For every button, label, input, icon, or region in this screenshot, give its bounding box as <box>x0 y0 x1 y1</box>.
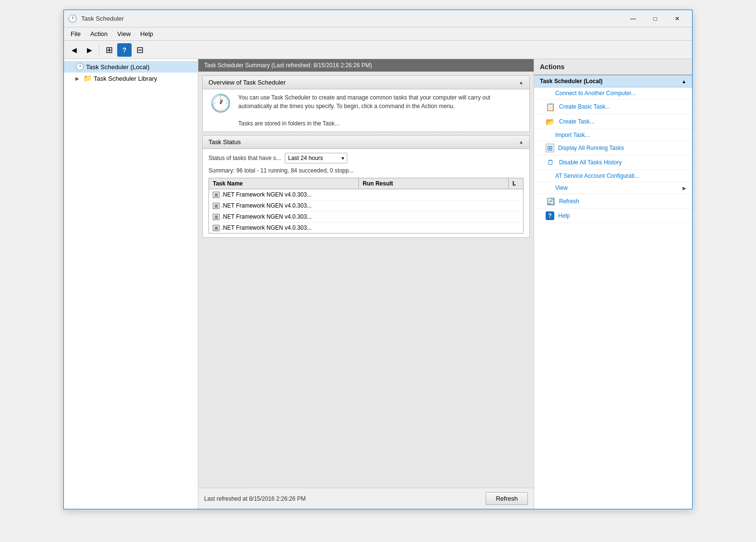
center-header: Task Scheduler Summary (Last refreshed: … <box>198 59 534 72</box>
expand-icon-library: ▶ <box>75 76 83 81</box>
toolbar-separator <box>99 44 99 56</box>
overview-body: 🕐 You can use Task Scheduler to create a… <box>203 89 529 132</box>
overview-section-header[interactable]: Overview of Task Scheduler ▲ <box>203 76 529 89</box>
actions-group-header[interactable]: Task Scheduler (Local) ▲ <box>534 75 692 87</box>
create-basic-task-icon: 📋 <box>546 102 555 111</box>
window-title: Task Scheduler <box>81 15 622 22</box>
minimize-button[interactable]: — <box>622 12 644 26</box>
display-running-icon: ⊞ <box>546 144 554 152</box>
task-name-cell: ⊞.NET Framework NGEN v4.0.303... <box>209 189 359 200</box>
overview-section-title: Overview of Task Scheduler <box>208 79 286 86</box>
left-pane: 🕐 Task Scheduler (Local) ▶ 📁 Task Schedu… <box>64 59 198 509</box>
tree-item-local[interactable]: 🕐 Task Scheduler (Local) <box>64 61 198 73</box>
table-row[interactable]: ⊞.NET Framework NGEN v4.0.303... <box>209 211 523 222</box>
help-icon: ? <box>546 211 554 220</box>
actions-header: Actions <box>534 59 692 75</box>
action-display-running[interactable]: ⊞ Display All Running Tasks <box>534 141 692 155</box>
col-run-result: Run Result <box>359 178 509 189</box>
task-status-body: Status of tasks that have s... Last Hour… <box>203 149 529 237</box>
table-row[interactable]: ⊞.NET Framework NGEN v4.0.303... <box>209 200 523 211</box>
action-at-service[interactable]: AT Service Account Configurati... <box>534 170 692 182</box>
action-connect-computer-label: Connect to Another Computer... <box>555 90 636 97</box>
action-refresh-label: Refresh <box>559 198 579 205</box>
task-name-cell: ⊞.NET Framework NGEN v4.0.303... <box>209 222 359 233</box>
task-status-controls: Status of tasks that have s... Last Hour… <box>208 153 524 163</box>
task-last-cell <box>509 189 523 200</box>
actions-group-toggle-icon: ▲ <box>682 79 686 84</box>
action-create-basic-task-label: Create Basic Task... <box>559 103 610 110</box>
action-create-basic-task[interactable]: 📋 Create Basic Task... <box>534 99 692 114</box>
task-status-section-header[interactable]: Task Status ▲ <box>203 136 529 149</box>
menu-help[interactable]: Help <box>135 28 158 39</box>
task-last-cell <box>509 222 523 233</box>
toolbar-forward-button[interactable]: ▶ <box>82 43 97 57</box>
menu-bar: File Action View Help <box>64 27 692 41</box>
center-pane: Task Scheduler Summary (Last refreshed: … <box>198 59 534 509</box>
window-icon: 🕐 <box>68 14 77 24</box>
view-arrow-icon: ▶ <box>683 185 686 191</box>
task-status-title: Task Status <box>208 138 241 146</box>
task-last-cell <box>509 200 523 211</box>
overview-toggle-icon: ▲ <box>519 80 524 85</box>
overview-clock-icon: 🕐 <box>208 93 232 128</box>
toolbar-help-button[interactable]: ? <box>117 43 132 57</box>
action-create-task[interactable]: 📂 Create Task... <box>534 114 692 129</box>
tree-icon-library: 📁 <box>83 74 92 83</box>
task-status-section: Task Status ▲ Status of tasks that have … <box>202 135 530 238</box>
close-button[interactable]: ✕ <box>666 12 688 26</box>
task-result-cell <box>359 200 509 211</box>
task-result-cell <box>359 189 509 200</box>
action-display-running-label: Display All Running Tasks <box>558 145 624 151</box>
time-range-select-wrapper: Last Hour Last 24 hours Last 7 days Last… <box>285 153 347 163</box>
center-body: Overview of Task Scheduler ▲ 🕐 You can u… <box>198 72 534 488</box>
menu-file[interactable]: File <box>66 28 85 39</box>
tree-label-local: Task Scheduler (Local) <box>86 63 149 71</box>
toolbar-view1-button[interactable]: ⊞ <box>102 43 116 57</box>
maximize-button[interactable]: □ <box>644 12 666 26</box>
actions-group-label: Task Scheduler (Local) <box>540 78 602 85</box>
footer-refresh-button[interactable]: Refresh <box>486 492 528 505</box>
action-help[interactable]: ? Help <box>534 209 692 223</box>
action-disable-history[interactable]: 🗒 Disable All Tasks History <box>534 155 692 170</box>
row-expand-icon[interactable]: ⊞ <box>213 225 219 231</box>
task-summary: Summary: 96 total - 11 running, 84 succe… <box>208 167 524 174</box>
toolbar-back-button[interactable]: ◀ <box>67 43 81 57</box>
task-name-cell: ⊞.NET Framework NGEN v4.0.303... <box>209 200 359 211</box>
center-footer: Last refreshed at 8/15/2016 2:26:26 PM R… <box>198 488 534 509</box>
action-refresh[interactable]: 🔄 Refresh <box>534 194 692 209</box>
create-task-icon: 📂 <box>546 117 555 126</box>
task-last-cell <box>509 211 523 222</box>
toolbar: ◀ ▶ ⊞ ? ⊟ <box>64 41 692 59</box>
col-task-name: Task Name <box>209 178 359 189</box>
task-result-cell <box>359 222 509 233</box>
action-create-task-label: Create Task... <box>559 118 595 125</box>
task-table-header: Task Name Run Result L <box>209 178 523 189</box>
action-view-label: View <box>555 185 568 191</box>
tree-item-library[interactable]: ▶ 📁 Task Scheduler Library <box>64 73 198 84</box>
menu-action[interactable]: Action <box>85 28 112 39</box>
main-content: 🕐 Task Scheduler (Local) ▶ 📁 Task Schedu… <box>64 59 692 509</box>
task-status-label: Status of tasks that have s... <box>208 155 281 161</box>
action-connect-computer[interactable]: Connect to Another Computer... <box>534 87 692 99</box>
task-result-cell <box>359 211 509 222</box>
row-expand-icon[interactable]: ⊞ <box>213 203 219 209</box>
overview-section: Overview of Task Scheduler ▲ 🕐 You can u… <box>202 75 530 132</box>
overview-scroll-area[interactable]: 🕐 You can use Task Scheduler to create a… <box>203 89 529 132</box>
action-import-task[interactable]: Import Task... <box>534 129 692 141</box>
row-expand-icon[interactable]: ⊞ <box>213 192 219 198</box>
overview-text: You can use Task Scheduler to create and… <box>238 93 524 128</box>
action-view[interactable]: View ▶ <box>534 182 692 194</box>
table-row[interactable]: ⊞.NET Framework NGEN v4.0.303... <box>209 222 523 233</box>
title-bar: 🕐 Task Scheduler — □ ✕ <box>64 10 692 27</box>
refresh-icon: 🔄 <box>546 197 555 206</box>
footer-status-text: Last refreshed at 8/15/2016 2:26:26 PM <box>204 495 305 502</box>
table-row[interactable]: ⊞.NET Framework NGEN v4.0.303... <box>209 189 523 200</box>
tree-label-library: Task Scheduler Library <box>94 75 157 82</box>
toolbar-view2-button[interactable]: ⊟ <box>133 43 147 57</box>
time-range-select[interactable]: Last Hour Last 24 hours Last 7 days Last… <box>285 153 347 163</box>
row-expand-icon[interactable]: ⊞ <box>213 214 219 220</box>
action-help-label: Help <box>558 212 570 219</box>
menu-view[interactable]: View <box>112 28 135 39</box>
task-status-toggle-icon: ▲ <box>519 139 524 145</box>
action-at-service-label: AT Service Account Configurati... <box>555 172 639 179</box>
